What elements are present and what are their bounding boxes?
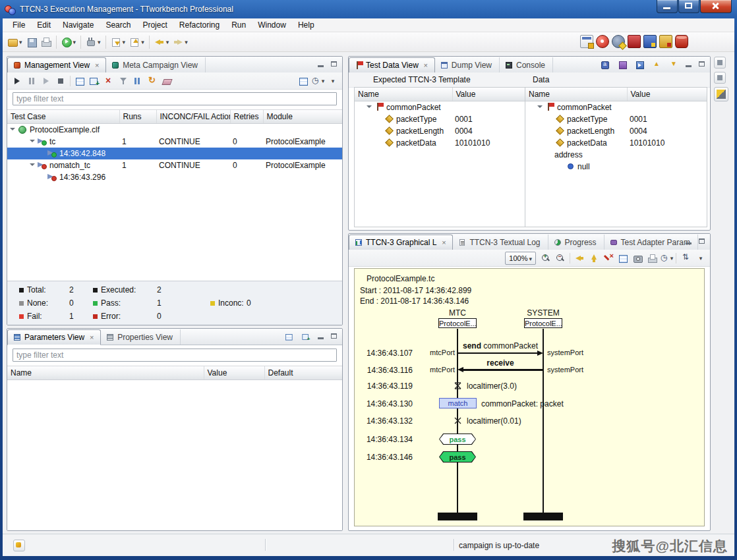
view-menu-icon[interactable] [325,74,339,88]
expand-twisty-icon[interactable] [367,103,372,109]
editor-area-icon[interactable] [714,87,728,101]
tab-parameters-view[interactable]: Parameters View [7,329,101,345]
menu-navigate[interactable]: Navigate [57,19,100,31]
tab-close-icon[interactable] [93,61,101,69]
menu-search[interactable]: Search [100,19,136,31]
table-log-icon[interactable] [616,252,630,265]
team-sync-icon[interactable] [643,35,657,48]
table-row-selected[interactable]: 14:36:42.848 [7,148,342,159]
parameters-filter-input[interactable] [13,349,337,362]
delete-log-icon[interactable] [601,252,616,265]
maximize-view-icon[interactable] [697,59,707,69]
testcase-filter-input[interactable] [13,92,337,105]
forward-icon[interactable] [171,34,189,50]
sort-icon[interactable] [598,59,612,69]
show-view-icon[interactable] [714,72,726,84]
debug-perspective-icon[interactable] [612,35,625,48]
snapshot-icon[interactable] [630,252,645,265]
menu-window[interactable]: Window [252,19,292,31]
col-name[interactable]: Name [7,366,204,380]
log-menu-icon[interactable] [693,252,707,265]
tab-management-view[interactable]: Management View [7,57,106,73]
col-value[interactable]: Value [627,88,707,101]
tree-row[interactable]: null [525,161,707,173]
expand-twisty-icon[interactable] [537,103,543,109]
col-name[interactable]: Name [355,88,452,101]
next-match-icon[interactable] [666,59,681,69]
table-row[interactable]: ProtocolExample.clf [7,124,342,136]
tab-close-icon[interactable] [422,61,430,69]
timer-icon[interactable] [310,74,325,88]
expand-twisty-icon[interactable] [10,126,16,132]
tree-row[interactable]: commonPacket [525,101,707,114]
tab-progress[interactable]: Progress [548,235,604,250]
tree-row[interactable]: packetLength 0004 [355,125,525,137]
expand-twisty-icon[interactable] [30,161,36,167]
tab-test-data-view[interactable]: Test Data View [349,57,435,73]
maximize-view-icon[interactable] [329,331,339,341]
col-retries[interactable]: Retries [230,110,263,124]
menu-file[interactable]: File [7,19,31,31]
zoom-out-icon[interactable] [553,252,568,265]
zoom-in-icon[interactable] [539,252,553,265]
requirements-icon[interactable] [659,35,672,48]
table-row[interactable]: tc 1 CONTINUE 0 ProtocolExample [7,136,342,148]
tree-row[interactable]: packetLength 0004 [525,125,707,137]
ttworkbench-perspective-icon[interactable] [596,35,609,48]
tab-properties-view[interactable]: Properties View [101,329,181,345]
add-testcase-icon[interactable] [87,74,102,88]
minimize-button[interactable] [657,0,678,13]
link-editor-icon[interactable] [299,331,313,341]
menu-run[interactable]: Run [225,19,252,31]
col-value[interactable]: Value [204,366,264,380]
columns-icon[interactable] [131,74,145,88]
database-icon[interactable] [675,35,688,48]
tab-graphical-log[interactable]: TTCN-3 Graphical L [349,235,453,250]
tree-row[interactable]: commonPacket [355,101,525,114]
close-button[interactable] [700,0,732,13]
filter-icon[interactable] [116,74,131,88]
previous-annotation-icon[interactable] [128,34,146,50]
clear-icon[interactable] [160,74,174,88]
menu-refactoring[interactable]: Refactoring [173,19,225,31]
refresh-icon[interactable] [145,74,160,88]
hex-view-icon[interactable] [615,59,630,69]
time-format-icon[interactable] [659,252,674,265]
save-icon[interactable] [25,34,38,50]
run-campaign-icon[interactable] [60,34,78,50]
col-test-case[interactable]: Test Case [7,110,119,124]
maximize-view-icon[interactable] [329,59,339,69]
delete-icon[interactable] [102,74,116,88]
go-to-parent-icon[interactable] [587,252,601,265]
table-view-icon[interactable] [73,74,87,88]
zoom-select[interactable]: 100% [505,252,536,265]
collapse-all-icon[interactable] [281,331,296,341]
sync-scroll-icon[interactable] [678,252,693,265]
tree-row[interactable]: packetType 0001 [525,113,707,125]
ttman-perspective-icon[interactable] [628,35,641,48]
menu-help[interactable]: Help [292,19,320,31]
connect-adapter-icon[interactable] [84,34,102,50]
resume-icon[interactable] [39,74,53,88]
tree-row[interactable]: packetData 10101010 [355,137,525,149]
col-value[interactable]: Value [452,88,525,101]
minimize-view-icon[interactable] [684,237,694,246]
tab-textual-log[interactable]: TTCN-3 Textual Log [453,235,548,250]
back-icon[interactable] [153,34,171,50]
col-action[interactable]: INCONC/FAIL Action [156,110,230,124]
jump-to-source-icon[interactable] [572,252,587,265]
run-testcase-icon[interactable] [10,74,24,88]
trim-stack-icon[interactable] [13,540,25,551]
col-name[interactable]: Name [525,88,627,101]
tab-console[interactable]: Console [500,57,553,72]
expand-twisty-icon[interactable] [30,138,36,144]
pause-icon[interactable] [24,74,39,88]
minimize-view-icon[interactable] [316,331,326,341]
tree-row[interactable]: packetType 0001 [355,113,525,125]
import-data-icon[interactable] [632,59,647,69]
maximize-view-icon[interactable] [697,237,707,246]
table-row[interactable]: nomatch_tc 1 CONTINUE 0 ProtocolExample [7,159,342,171]
tab-dump-view[interactable]: Dump View [435,57,500,72]
next-annotation-icon[interactable] [109,34,127,50]
col-module[interactable]: Module [263,110,342,124]
